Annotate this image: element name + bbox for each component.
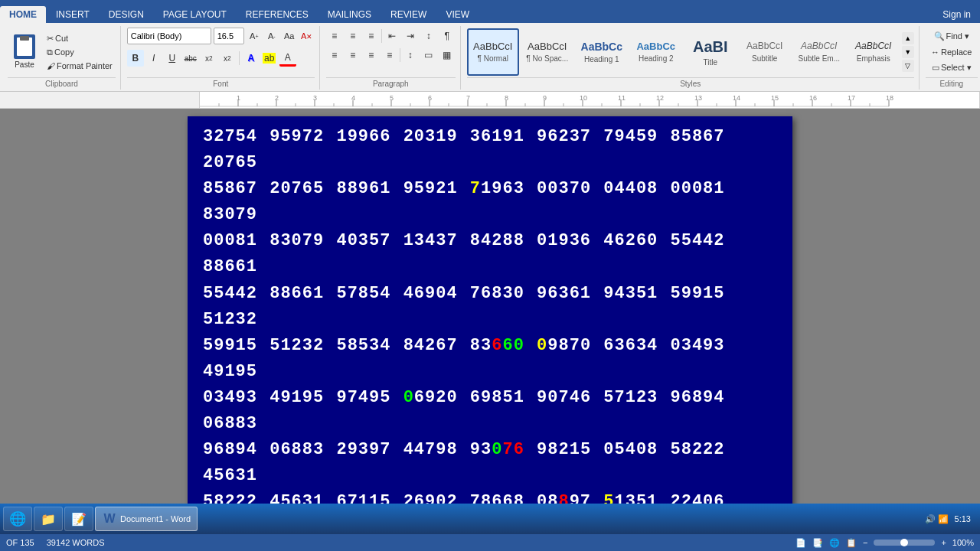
font-color-button[interactable]: A [279, 50, 296, 67]
align-right-button[interactable]: ≡ [363, 47, 380, 64]
document-page[interactable]: 32754 95972 19966 20319 36191 96237 7945… [188, 116, 792, 534]
zoom-out-button[interactable]: − [863, 538, 867, 547]
line-spacing-button[interactable]: ↕ [402, 47, 419, 64]
find-button[interactable]: 🔍 Find ▾ [931, 30, 972, 43]
styles-scroll-down[interactable]: ▼ [902, 46, 914, 58]
view-print-icon[interactable]: 📑 [812, 538, 823, 548]
tab-insert[interactable]: INSERT [47, 6, 99, 23]
style-subtle-em-preview: AaBbCcI [801, 41, 837, 53]
font-group: A+ A- Aa A✕ B I U abc x2 x2 A ab A Font [122, 26, 320, 90]
tab-review[interactable]: REVIEW [381, 6, 436, 23]
system-tray: 🔊 📶 [925, 514, 949, 524]
style-heading1[interactable]: AaBbCc Heading 1 [576, 28, 628, 76]
tab-page-layout[interactable]: PAGE LAYOUT [154, 6, 236, 23]
align-center-button[interactable]: ≡ [345, 47, 361, 64]
decrease-font-button[interactable]: A- [264, 28, 279, 44]
font-name-input[interactable] [127, 28, 211, 44]
align-left-button[interactable]: ≡ [326, 47, 343, 64]
replace-icon: ↔ [931, 47, 939, 57]
paste-button[interactable]: Paste [8, 31, 41, 72]
taskbar-notepad[interactable]: 📝 [64, 507, 93, 531]
tab-design[interactable]: DESIGN [100, 6, 153, 23]
bullets-button[interactable]: ≡ [326, 28, 343, 44]
styles-gallery: AaBbCcI ¶ Normal AaBbCcI ¶ No Spac... Aa… [467, 28, 900, 76]
view-outline-icon[interactable]: 📋 [846, 538, 857, 548]
taskbar-word-label: Document1 - Word [120, 514, 191, 523]
justify-button[interactable]: ≡ [381, 47, 398, 64]
editing-content: 🔍 Find ▾ ↔ Replace ▭ Select ▾ [926, 28, 978, 77]
line-3: 00081 83079 40357 13437 84288 01936 4626… [203, 228, 777, 280]
superscript-button[interactable]: x2 [219, 50, 236, 67]
page-info: OF 135 [6, 538, 34, 547]
svg-text:11: 11 [618, 94, 626, 102]
document-content[interactable]: 32754 95972 19966 20319 36191 96237 7945… [203, 124, 777, 534]
tab-home[interactable]: HOME [0, 6, 46, 23]
paragraph-group-content: ≡ ≡ ≡ ⇤ ⇥ ↕ ¶ ≡ ≡ ≡ ≡ ↕ ▭ ▦ [326, 28, 456, 77]
cut-button[interactable]: ✂ Cut [44, 32, 116, 45]
view-web-icon[interactable]: 🌐 [829, 538, 840, 548]
increase-indent-button[interactable]: ⇥ [402, 28, 419, 44]
word-icon: W [102, 511, 117, 527]
text-effect-button[interactable]: A [243, 50, 260, 67]
borders-button[interactable]: ▦ [439, 47, 456, 64]
svg-text:8: 8 [505, 94, 508, 102]
clear-formatting-button[interactable]: A✕ [299, 28, 315, 44]
style-subtitle[interactable]: AaBbCcI Subtitle [739, 28, 791, 76]
language-icon: 📄 [795, 538, 806, 548]
tab-references[interactable]: REFERENCES [237, 6, 318, 23]
svg-text:5: 5 [390, 94, 394, 102]
style-heading2[interactable]: AaBbCc Heading 2 [630, 28, 682, 76]
style-no-spacing[interactable]: AaBbCcI ¶ No Spac... [521, 28, 573, 76]
tab-mailings[interactable]: MAILINGS [318, 6, 381, 23]
sort-button[interactable]: ↕ [420, 28, 437, 44]
italic-button[interactable]: I [145, 50, 162, 67]
underline-button[interactable]: U [164, 50, 181, 67]
decrease-indent-button[interactable]: ⇤ [384, 28, 400, 44]
style-subtle-em[interactable]: AaBbCcI Subtle Em... [793, 28, 845, 76]
colored-0c: 0 [492, 440, 502, 459]
svg-text:2: 2 [275, 94, 279, 102]
taskbar-ie[interactable]: 🌐 [3, 507, 32, 531]
format-painter-button[interactable]: 🖌 Format Painter [44, 60, 116, 72]
zoom-in-button[interactable]: + [941, 538, 946, 547]
svg-text:16: 16 [809, 94, 817, 102]
styles-expand[interactable]: ▽ [902, 60, 914, 72]
style-emphasis-label: Emphasis [857, 54, 890, 63]
colored-7: 7 [470, 179, 481, 198]
copy-button[interactable]: ⧉ Copy [44, 46, 116, 59]
style-normal[interactable]: AaBbCcI ¶ Normal [467, 28, 519, 76]
taskbar-explorer[interactable]: 📁 [34, 507, 63, 531]
style-normal-label: ¶ Normal [478, 54, 508, 63]
bold-button[interactable]: B [127, 50, 144, 67]
line-1: 32754 95972 19966 20319 36191 96237 7945… [203, 124, 777, 176]
zoom-thumb[interactable] [900, 539, 908, 546]
colored-76: 76 [502, 440, 524, 459]
shading-button[interactable]: ▭ [420, 47, 437, 64]
clipboard-label: Clipboard [8, 77, 116, 88]
svg-text:18: 18 [886, 94, 893, 102]
scissors-icon: ✂ [47, 34, 54, 44]
style-emphasis[interactable]: AaBbCcI Emphasis [848, 28, 900, 76]
colored-60: 60 [502, 336, 524, 355]
font-size-input[interactable] [214, 28, 244, 44]
tab-view[interactable]: VIEW [436, 6, 479, 23]
multilevel-button[interactable]: ≡ [363, 28, 380, 44]
tab-row: HOME INSERT DESIGN PAGE LAYOUT REFERENCE… [0, 0, 980, 23]
show-formatting-button[interactable]: ¶ [439, 28, 456, 44]
select-button[interactable]: ▭ Select ▾ [929, 61, 975, 74]
styles-gallery-container: AaBbCcI ¶ Normal AaBbCcI ¶ No Spac... Aa… [467, 28, 914, 77]
strikethrough-button[interactable]: abc [182, 50, 199, 67]
subscript-button[interactable]: x2 [201, 50, 217, 67]
change-case-button[interactable]: Aa [282, 28, 297, 44]
numbering-button[interactable]: ≡ [345, 28, 361, 44]
highlight-button[interactable]: ab [261, 50, 278, 67]
sign-in[interactable]: Sign in [933, 6, 980, 23]
style-title[interactable]: AaBI Title [684, 28, 737, 76]
replace-button[interactable]: ↔ Replace [928, 46, 975, 58]
svg-text:7: 7 [466, 94, 470, 102]
increase-font-button[interactable]: A+ [247, 28, 262, 44]
styles-scroll-up[interactable]: ▲ [902, 32, 914, 44]
style-title-label: Title [703, 58, 717, 67]
format-painter-icon: 🖌 [47, 61, 55, 70]
taskbar-word[interactable]: W Document1 - Word [95, 507, 198, 531]
